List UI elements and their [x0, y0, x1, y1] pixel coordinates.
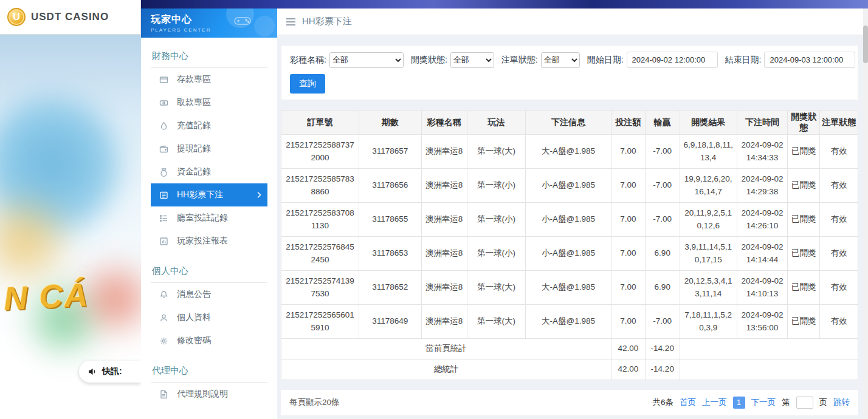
- col-play: 玩法: [467, 111, 526, 135]
- sidebar-item-label: 代理規則說明: [177, 389, 228, 400]
- sidebar-item-label: 存款專區: [177, 74, 211, 85]
- ticket-icon: [159, 191, 168, 200]
- table-header-row: 訂單號 期數 彩種名稱 玩法 下注信息 投注額 輸贏 開獎結果 下注時間 開獎狀…: [281, 111, 858, 135]
- table-row: 2152172525887372000 31178657 澳洲幸运8 第一球(大…: [281, 135, 858, 169]
- cell-lottery: 澳洲幸运8: [421, 237, 467, 271]
- page-suffix-text: 页: [819, 397, 828, 408]
- gear-icon: [159, 336, 168, 346]
- col-bet-status: 注單狀態: [820, 111, 858, 135]
- sidebar-item-withdraw-area[interactable]: 取款專區: [151, 91, 267, 114]
- cell-time: 2024-09-02 14:10:13: [737, 271, 788, 305]
- table-row: 2152172525768452450 31178653 澳洲幸运8 第一球(小…: [281, 237, 858, 271]
- sidebar-item-announcements[interactable]: 消息公告: [151, 283, 267, 306]
- pagination: 共6条 首页 上一页 1 下一页 第 页 跳转: [652, 397, 850, 409]
- coin-logo-icon: U: [7, 8, 26, 26]
- col-lottery: 彩種名稱: [421, 111, 467, 135]
- cell-period: 31178649: [359, 305, 421, 339]
- page-summary-bet: 42.00: [611, 339, 645, 359]
- gamepad-icon: [233, 15, 252, 29]
- sidebar-item-room-bet-records[interactable]: 廳室投註記錄: [151, 206, 267, 230]
- draw-status-select[interactable]: 全部: [450, 52, 494, 68]
- cell-bet-status: 有效: [820, 135, 858, 169]
- brand-logo[interactable]: U USDT CASINO: [0, 0, 141, 35]
- current-page-indicator[interactable]: 1: [733, 397, 745, 409]
- sidebar-item-label: 玩家投注報表: [177, 236, 228, 247]
- page-summary-row: 當前頁統計 42.00 -14.20: [281, 339, 858, 359]
- col-draw-status: 開獎狀態: [788, 111, 820, 135]
- cell-time: 2024-09-02 14:26:10: [737, 203, 788, 237]
- banknote-icon: [159, 98, 168, 107]
- main-panel: HH彩票下注 彩種名稱: 全部 開獎狀態: 全部 注單狀態: 全部: [277, 9, 868, 419]
- bet-status-select[interactable]: 全部: [541, 52, 580, 68]
- speaker-icon: [88, 367, 97, 376]
- sidebar-header: 玩家中心 PLAYERS CENTER: [141, 9, 277, 38]
- cell-winloss: 6.90: [645, 237, 680, 271]
- moneybag-icon: [159, 168, 168, 177]
- news-ticker[interactable]: 快訊:: [79, 361, 141, 383]
- cell-draw-status: 已開獎: [788, 305, 820, 339]
- sidebar-item-recharge-records[interactable]: 充值記錄: [151, 114, 267, 137]
- prev-page-link[interactable]: 上一页: [702, 397, 727, 408]
- hamburger-menu-icon[interactable]: [286, 18, 296, 26]
- user-icon: [159, 313, 168, 322]
- col-winloss: 輸贏: [645, 111, 680, 135]
- report-icon: [159, 237, 168, 246]
- cell-draw-status: 已開獎: [788, 271, 820, 305]
- cell-period: 31178653: [359, 237, 421, 271]
- cell-info: 大-A盤@1.985: [526, 271, 611, 305]
- scrollbar-thumb[interactable]: [863, 26, 868, 63]
- sidebar-item-change-password[interactable]: 修改密碼: [151, 329, 267, 352]
- cell-play: 第一球(小): [467, 203, 526, 237]
- table-footer: 每頁顯示20條 共6条 首页 上一页 1 下一页 第 页 跳转: [281, 390, 858, 415]
- cell-bet-status: 有效: [820, 271, 858, 305]
- cell-bet: 7.00: [611, 203, 645, 237]
- lottery-filter-label: 彩種名稱:: [290, 55, 326, 66]
- start-date-input[interactable]: [627, 52, 718, 68]
- sidebar-item-player-bet-report[interactable]: 玩家投注報表: [151, 230, 267, 253]
- sidebar-item-label: 廳室投註記錄: [177, 213, 228, 223]
- table-row: 2152172525837081130 31178655 澳洲幸运8 第一球(小…: [281, 203, 858, 237]
- cell-order: 2152172525656015910: [281, 305, 359, 339]
- cell-order: 2152172525768452450: [281, 237, 359, 271]
- col-order: 訂單號: [281, 111, 359, 135]
- chevron-right-icon: [257, 191, 261, 199]
- sidebar-item-profile[interactable]: 個人資料: [151, 306, 267, 329]
- top-banner: [141, 0, 868, 9]
- cell-bet: 7.00: [611, 271, 645, 305]
- cell-result: 7,18,11,1,5,20,3,9: [680, 305, 737, 339]
- table-row: 2152172525741397530 31178652 澳洲幸运8 第一球(大…: [281, 271, 858, 305]
- page-title: HH彩票下注: [302, 16, 352, 27]
- cell-bet: 7.00: [611, 169, 645, 203]
- cell-bet: 7.00: [611, 305, 645, 339]
- card-icon: [159, 75, 168, 84]
- scrollbar-track[interactable]: [863, 9, 868, 419]
- sidebar-item-label: 取款專區: [177, 97, 211, 108]
- cell-result: 20,11,9,2,5,10,12,6: [680, 203, 737, 237]
- jump-link[interactable]: 跳转: [833, 397, 850, 408]
- cell-winloss: -7.00: [645, 305, 680, 339]
- cell-winloss: -7.00: [645, 169, 680, 203]
- sidebar: 玩家中心 PLAYERS CENTER 財務中心 存款專區 取款專區 充值記錄 …: [141, 9, 277, 419]
- cell-info: 小-A盤@1.985: [526, 203, 611, 237]
- sidebar-item-hh-lottery-bets[interactable]: HH彩票下注: [151, 183, 267, 206]
- end-date-input[interactable]: [764, 52, 855, 68]
- sidebar-item-funds-records[interactable]: 資金記錄: [151, 160, 267, 183]
- cell-winloss: -7.00: [645, 135, 680, 169]
- document-icon: [159, 390, 168, 399]
- query-button[interactable]: 查詢: [290, 74, 325, 94]
- sidebar-item-label: 修改密碼: [177, 335, 211, 346]
- first-page-link[interactable]: 首页: [680, 397, 696, 408]
- sidebar-item-deposit[interactable]: 存款專區: [151, 68, 267, 91]
- filter-panel: 彩種名稱: 全部 開獎狀態: 全部 注單狀態: 全部 開始日期:: [281, 45, 858, 100]
- cell-result: 6,9,18,1,8,11,13,4: [680, 135, 737, 169]
- main-header: HH彩票下注: [277, 9, 868, 35]
- cell-info: 大-A盤@1.985: [526, 305, 611, 339]
- cell-period: 31178652: [359, 271, 421, 305]
- lottery-select[interactable]: 全部: [329, 52, 404, 68]
- next-page-link[interactable]: 下一页: [751, 397, 776, 408]
- brand-name: USDT CASINO: [31, 11, 109, 23]
- casino-art-panel: U USDT CASINO N CÁ 快訊:: [0, 0, 141, 419]
- sidebar-item-agent-rules[interactable]: 代理規則說明: [151, 383, 267, 406]
- sidebar-item-withdraw-records[interactable]: 提現記錄: [151, 137, 267, 160]
- page-jump-input[interactable]: [796, 397, 813, 409]
